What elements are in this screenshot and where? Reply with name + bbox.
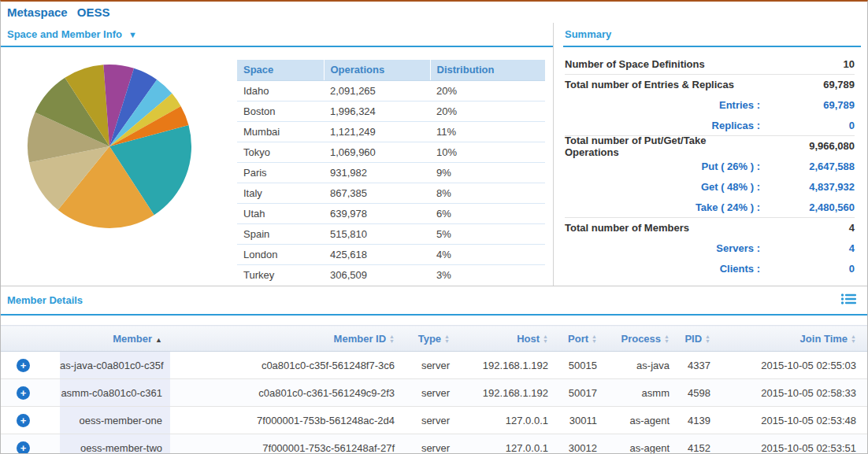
space-member-info-panel: Space and Member Info ▼ SpaceOperationsD… xyxy=(1,23,554,286)
member-cell-pid: 4337 xyxy=(677,352,718,379)
expand-row-button[interactable]: + xyxy=(17,359,30,372)
sort-asc-icon[interactable]: ▲ xyxy=(155,336,162,344)
member-col-pid[interactable]: PID▲▼ xyxy=(677,326,718,352)
member-cell-pid: 4152 xyxy=(677,434,718,454)
member-table-header-row: Member▲Member ID▲▼Type▲▼Host▲▼Port▲▼Proc… xyxy=(1,326,868,352)
space-table-cell: Utah xyxy=(237,203,324,223)
space-table-row: Mumbai1,121,24911% xyxy=(237,121,545,142)
summary-row-clients-: Clients :0 xyxy=(565,258,855,279)
sort-icon[interactable]: ▲▼ xyxy=(851,334,856,344)
space-table-cell: 3% xyxy=(430,264,545,282)
summary-label: Put ( 26% ) : xyxy=(702,161,760,172)
member-cell-port: 30012 xyxy=(556,434,605,454)
member-cell-member: as-java-c0a801c0-c35f xyxy=(60,352,170,379)
summary-row-replicas-: Replicas :0 xyxy=(565,115,855,135)
sort-icon[interactable]: ▲▼ xyxy=(705,334,710,344)
space-table-header-row: SpaceOperationsDistribution xyxy=(237,60,545,80)
summary-value: 2,647,588 xyxy=(760,161,855,172)
member-col-type[interactable]: Type▲▼ xyxy=(402,326,458,352)
page: MetaspaceOESS Space and Member Info ▼ Sp… xyxy=(0,0,868,454)
space-table-cell: Mumbai xyxy=(237,121,324,142)
member-col-member-id[interactable]: Member ID▲▼ xyxy=(170,326,402,352)
summary-row-entries-: Entries :69,789 xyxy=(565,94,855,115)
member-cell-port: 30011 xyxy=(556,407,605,434)
member-expand-cell: + xyxy=(1,407,60,434)
summary-label: Replicas : xyxy=(712,120,760,131)
sort-icon[interactable]: ▲▼ xyxy=(543,334,548,344)
space-table-cell: 20% xyxy=(430,101,545,121)
member-cell-port: 50017 xyxy=(556,379,605,407)
summary-row-total-number-of-members: Total number of Members4 xyxy=(565,217,855,238)
summary-value: 4 xyxy=(760,242,855,254)
summary-row-take-24-: Take ( 24% ) :2,480,560 xyxy=(565,197,855,217)
summary-label: Total number of Put/Get/Take Operations xyxy=(565,135,761,158)
space-table-cell: 1,121,249 xyxy=(324,121,430,142)
member-col-label: Host xyxy=(517,333,540,345)
member-col-host[interactable]: Host▲▼ xyxy=(458,326,556,352)
expand-row-button[interactable]: + xyxy=(17,414,30,427)
member-col-label: Join Time xyxy=(800,333,848,345)
member-col-process[interactable]: Process▲▼ xyxy=(605,326,677,352)
member-row: +as-java-c0a801c0-c35fc0a801c0-c35f-5612… xyxy=(1,352,868,379)
space-table-cell: 8% xyxy=(430,183,545,203)
summary-row-number-of-space-definitions: Number of Space Definitions10 xyxy=(565,54,855,74)
space-table-cell: 2,091,265 xyxy=(324,80,430,101)
summary-panel: Summary Number of Space Definitions10Tot… xyxy=(554,23,867,286)
summary-label: Take ( 24% ) : xyxy=(696,201,760,213)
app-header: MetaspaceOESS xyxy=(1,2,867,23)
member-col-expand xyxy=(1,326,60,352)
space-table-cell: Boston xyxy=(237,101,324,121)
space-table-cell: Tokyo xyxy=(237,142,324,162)
member-col-member[interactable]: Member▲ xyxy=(60,326,170,352)
app-title-name: OESS xyxy=(77,6,110,19)
expand-row-button[interactable]: + xyxy=(17,386,30,400)
summary-label: Number of Space Definitions xyxy=(565,58,705,70)
sort-icon[interactable]: ▲▼ xyxy=(592,334,597,344)
space-table-cell: 4% xyxy=(430,244,545,264)
summary-value: 9,966,080 xyxy=(761,140,855,152)
summary-label: Total number of Members xyxy=(565,222,689,234)
space-member-info-title: Space and Member Info xyxy=(7,28,122,40)
space-member-info-content: SpaceOperationsDistribution Idaho2,091,2… xyxy=(1,47,553,286)
member-row: +oess-member-one7f000001-753b-561248ac-2… xyxy=(1,407,868,434)
space-table-row: Tokyo1,069,96010% xyxy=(237,142,545,162)
member-cell-process: as-agent xyxy=(605,434,677,454)
summary-row-get-48-: Get ( 48% ) :4,837,932 xyxy=(565,176,855,197)
summary-row-total-number-of-put-get-take-operations: Total number of Put/Get/Take Operations9… xyxy=(565,135,855,156)
space-table: SpaceOperationsDistribution Idaho2,091,2… xyxy=(237,60,545,282)
summary-header: Summary xyxy=(563,23,861,47)
space-table-row: Boston1,996,32420% xyxy=(237,101,545,121)
sort-icon[interactable]: ▲▼ xyxy=(389,334,395,344)
expand-row-button[interactable]: + xyxy=(17,441,30,454)
space-table-row: Paris931,9829% xyxy=(237,162,545,183)
space-table-cell: 1,996,324 xyxy=(324,101,430,121)
pie-chart xyxy=(1,47,195,286)
member-cell-member-id: 7f000001-753c-561248af-27f xyxy=(170,434,402,454)
member-col-join-time[interactable]: Join Time▲▼ xyxy=(718,326,868,352)
space-table-cell: 5% xyxy=(430,223,545,244)
space-table-cell: 306,509 xyxy=(324,264,430,282)
list-view-icon[interactable] xyxy=(840,293,856,308)
member-details-header: Member Details xyxy=(1,286,867,316)
space-table-cell: 11% xyxy=(430,121,545,142)
member-col-port[interactable]: Port▲▼ xyxy=(556,326,605,352)
summary-value: 0 xyxy=(760,120,855,131)
app-title: MetaspaceOESS xyxy=(7,6,109,19)
summary-title: Summary xyxy=(565,28,611,40)
member-cell-join-time: 2015-10-05 02:53:48 xyxy=(718,407,868,434)
space-table-cell: 931,982 xyxy=(324,162,430,183)
member-cell-type: server xyxy=(402,407,458,434)
sort-icon[interactable]: ▲▼ xyxy=(664,334,670,344)
member-cell-process: as-agent xyxy=(605,407,677,434)
summary-value: 69,789 xyxy=(760,99,855,111)
member-col-label: Member ID xyxy=(334,333,386,345)
member-details-section: Member Details Member▲Member ID▲▼Type▲▼H… xyxy=(1,286,867,454)
summary-row-total-number-of-entries-replicas: Total number of Entries & Replicas69,789 xyxy=(565,74,855,94)
space-table-cell: 867,385 xyxy=(324,183,430,203)
top-section: Space and Member Info ▼ SpaceOperationsD… xyxy=(1,23,867,286)
member-cell-process: asmm xyxy=(605,379,677,407)
collapse-section-icon[interactable]: ▼ xyxy=(128,30,137,39)
sort-icon[interactable]: ▲▼ xyxy=(444,334,450,344)
member-cell-pid: 4139 xyxy=(677,407,718,434)
space-table-cell: 425,618 xyxy=(324,244,430,264)
